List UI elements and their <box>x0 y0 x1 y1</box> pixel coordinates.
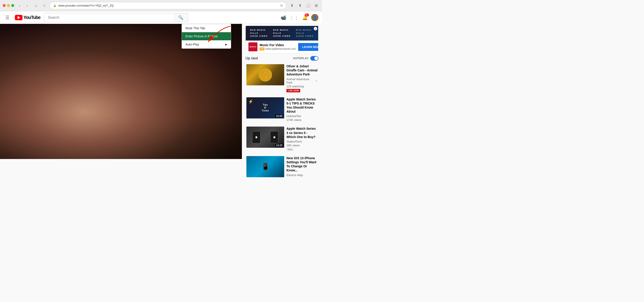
video-info-tips: Apple Watch Series 5-1 TIPS & TRICKS You… <box>286 97 318 122</box>
video-title-giraffe: Oliver & Johari Giraffe Cam - Animal Adv… <box>286 64 318 77</box>
ad-tagline-4: BAD MUSIC <box>273 29 291 32</box>
ad-bottom: Epidemic Music For Video Ad www.epidemic… <box>246 41 318 53</box>
download-button[interactable]: ⬇ <box>289 3 295 9</box>
reload-icon[interactable]: ↻ <box>280 4 283 8</box>
ad-content: Music For Video Ad www.epidemicsound.com <box>260 43 296 51</box>
back-button[interactable]: ‹ <box>16 3 23 9</box>
notification-badge: 9+ <box>305 14 309 17</box>
video-card-giraffe[interactable]: 🦒 Oliver & Johari Giraffe Cam - Animal A… <box>246 63 318 93</box>
create-video-button[interactable]: 📹 <box>279 13 288 22</box>
video-player[interactable]: Mute This Tab Enter Picture in Picture A… <box>0 24 242 159</box>
youtube-logo-text: YouTube <box>24 15 40 20</box>
video-channel-ios: iDevice Help <box>286 173 318 177</box>
video-info-ios: New iOS 13 iPhone Settings You'll Want T… <box>286 156 318 177</box>
maximize-button[interactable] <box>11 4 14 7</box>
pip-label: Enter Picture in Picture <box>186 35 218 38</box>
channel-name-tips: HotshotTek <box>286 114 301 118</box>
forward-button[interactable]: › <box>24 3 30 9</box>
duration-tips: 10:05 <box>275 114 283 118</box>
autoplay-label-text: AUTOPLAY <box>293 57 308 60</box>
ad-tagline-2: KILLS <box>250 32 268 35</box>
toggle-knob <box>314 57 318 60</box>
autoplay-toggle[interactable] <box>310 56 318 61</box>
lock-icon: 🔒 <box>53 4 56 7</box>
giraffe-icon: 🦒 <box>258 68 272 82</box>
ad-info-icon[interactable]: ℹ <box>314 27 317 31</box>
giraffe-thumb-content: 🦒 <box>246 64 284 85</box>
search-container: 🔍 <box>44 13 188 22</box>
video-meta-giraffe: 125 watching <box>286 85 318 88</box>
video-thumbnail-compare: ⌚ ⌚ 14:23 <box>246 127 284 148</box>
traffic-lights <box>3 4 14 7</box>
up-next-header: Up next AUTOPLAY <box>246 56 318 61</box>
video-channel-tips: HotshotTek <box>286 114 318 118</box>
mute-tab-menu-item[interactable]: Mute This Tab <box>182 24 231 32</box>
ad-tagline-6: GOOD VIDEO <box>273 35 291 38</box>
video-card-ios[interactable]: 📱 New iOS 13 iPhone Settings You'll Want… <box>246 155 318 178</box>
close-button[interactable] <box>3 4 6 7</box>
new-badge-compare: New <box>286 148 294 151</box>
video-thumbnail-tips: TipsN'Tricks ⚡ 10:05 <box>246 97 284 118</box>
ad-title: Music For Video <box>260 43 296 47</box>
video-title-compare: Apple Watch Series 3 vs Series 5 - Which… <box>286 127 318 139</box>
learn-more-button[interactable]: LEARN MORE <box>298 43 318 51</box>
watch-icon-1: ⌚ <box>252 131 260 143</box>
ad-logo-text: Epidemic <box>249 46 256 48</box>
search-input[interactable] <box>44 13 174 22</box>
youtube-logo[interactable]: YouTube <box>15 15 40 20</box>
submenu-arrow-icon: ▶ <box>225 43 227 46</box>
tips-thumb-text: TipsN'Tricks <box>261 103 270 113</box>
up-next-title: Up next <box>246 56 258 60</box>
video-channel-giraffe: Animal Adventure Park ✓ <box>286 78 318 84</box>
share-button[interactable]: ⬆ <box>297 3 303 9</box>
ad-tagline-5: KILLS <box>273 32 291 35</box>
browser-actions: ⬇ ⬆ ⬜ ⊞ <box>289 3 319 9</box>
video-thumbnail-giraffe: 🦒 <box>246 64 284 85</box>
ad-banner[interactable]: BAD MUSIC KILLS GOOD VIDEO BAD MUSIC KIL… <box>246 26 318 53</box>
ad-badge: Ad <box>260 48 264 51</box>
watch-icon-2: ⌚ <box>270 131 278 143</box>
autoplay-menu-item[interactable]: Auto-Play ▶ <box>182 40 231 49</box>
sidebar: BAD MUSIC KILLS GOOD VIDEO BAD MUSIC KIL… <box>242 24 322 183</box>
video-meta-compare: 26K views <box>286 144 318 147</box>
ad-logo: Epidemic <box>248 42 258 51</box>
ad-banner-image: BAD MUSIC KILLS GOOD VIDEO BAD MUSIC KIL… <box>246 26 318 41</box>
notifications-button[interactable]: 🔔 9+ <box>300 13 310 22</box>
video-card-compare[interactable]: ⌚ ⌚ 14:23 Apple Watch Series 3 vs Series… <box>246 126 318 152</box>
extensions-button[interactable]: ⊞ <box>313 3 319 9</box>
apps-button[interactable]: ⋮⋮ <box>290 13 298 22</box>
video-card-tips[interactable]: TipsN'Tricks ⚡ 10:05 Apple Watch Series … <box>246 96 318 123</box>
video-title-tips: Apple Watch Series 5-1 TIPS & TRICKS You… <box>286 97 318 114</box>
ad-tagline-8: KILLS <box>296 32 314 35</box>
video-channel-compare: StateofTech <box>286 140 318 143</box>
browser-chrome: ‹ › ⌂ ☆ 🔒 www.youtube.com/watch?v=YEj2_e… <box>0 0 322 11</box>
ios-thumb-content: 📱 <box>246 156 284 177</box>
ad-tagline-1: BAD MUSIC <box>250 29 268 32</box>
ad-tagline-7: BAD MUSIC <box>296 29 314 32</box>
search-button[interactable]: 🔍 <box>174 13 188 22</box>
youtube-logo-icon <box>15 15 22 20</box>
fullscreen-button[interactable]: ⬜ <box>305 3 311 9</box>
ad-tagline-9: GOOD VIDEO <box>296 35 314 38</box>
home-button[interactable]: ⌂ <box>33 3 39 9</box>
channel-name-ios: iDevice Help <box>286 173 303 177</box>
hamburger-menu-button[interactable]: ☰ <box>4 13 11 22</box>
video-section: Mute This Tab Enter Picture in Picture A… <box>0 24 242 183</box>
address-bar[interactable]: 🔒 www.youtube.com/watch?v=YEj2_eyT_ZQ ↻ <box>50 2 286 9</box>
verified-icon-giraffe: ✓ <box>316 79 318 82</box>
main-layout: Mute This Tab Enter Picture in Picture A… <box>0 24 322 183</box>
pip-menu-item[interactable]: Enter Picture in Picture <box>182 32 231 40</box>
ad-url: www.epidemicsound.com <box>265 47 296 51</box>
video-meta-tips: 174K views <box>286 118 318 122</box>
channel-name-compare: StateofTech <box>286 140 302 143</box>
user-avatar[interactable]: 👤 <box>311 14 318 21</box>
duration-compare: 14:23 <box>275 144 283 147</box>
video-thumbnail-ios: 📱 <box>246 156 284 177</box>
video-info-compare: Apple Watch Series 3 vs Series 5 - Which… <box>286 127 318 151</box>
header-actions: 📹 ⋮⋮ 🔔 9+ 👤 <box>279 13 318 22</box>
channel-name-giraffe: Animal Adventure Park <box>286 78 314 84</box>
minimize-button[interactable] <box>7 4 10 7</box>
youtube-header: ☰ YouTube 🔍 📹 ⋮⋮ 🔔 9+ 👤 <box>0 11 322 24</box>
ad-badge-url: Ad www.epidemicsound.com <box>260 47 296 51</box>
bookmark-button[interactable]: ☆ <box>41 3 48 9</box>
